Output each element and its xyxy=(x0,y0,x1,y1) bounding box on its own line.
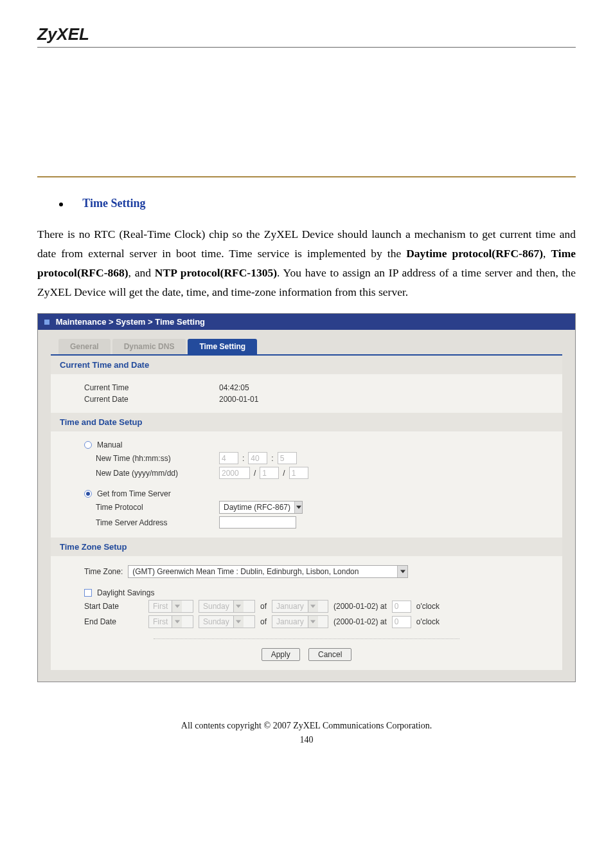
chevron-down-icon xyxy=(294,502,302,513)
end-ordinal-select[interactable]: First xyxy=(148,615,193,628)
start-month-value: January xyxy=(272,602,308,611)
section-setup-header: Time and Date Setup xyxy=(51,413,562,431)
section-timezone-header: Time Zone Setup xyxy=(51,538,562,556)
new-date-mm-input[interactable] xyxy=(260,467,279,479)
chevron-down-icon xyxy=(172,616,182,628)
section-divider xyxy=(37,176,576,177)
timezone-select[interactable]: (GMT) Greenwich Mean Time : Dublin, Edin… xyxy=(128,565,408,578)
time-server-addr-label: Time Server Address xyxy=(96,518,219,527)
tab-general[interactable]: General xyxy=(58,339,111,354)
proto-rfc1305: NTP protocol(RFC-1305) xyxy=(155,266,277,279)
end-ordinal-value: First xyxy=(149,617,172,626)
colon1: : xyxy=(242,454,244,463)
svg-marker-0 xyxy=(296,506,301,509)
breadcrumb-icon xyxy=(44,320,49,325)
end-month-select[interactable]: January xyxy=(272,615,328,628)
chevron-down-icon xyxy=(233,601,244,612)
dotted-divider xyxy=(154,638,459,639)
page-number: 140 xyxy=(37,735,576,745)
page-footer: All contents copyright © 2007 ZyXEL Comm… xyxy=(37,721,576,745)
end-month-value: January xyxy=(272,617,308,626)
end-range-label: (2000-01-02) at xyxy=(333,617,387,626)
start-of-label: of xyxy=(260,602,267,611)
cancel-button[interactable]: Cancel xyxy=(308,648,351,661)
time-protocol-value: Daytime (RFC-867) xyxy=(220,503,294,512)
colon2: : xyxy=(271,454,273,463)
end-day-value: Sunday xyxy=(199,617,233,626)
svg-marker-4 xyxy=(310,605,315,608)
current-time-value: 04:42:05 xyxy=(219,383,249,392)
new-time-ss-input[interactable] xyxy=(278,452,297,464)
apply-button[interactable]: Apply xyxy=(262,648,300,661)
end-hour-input[interactable] xyxy=(392,616,411,628)
slash1: / xyxy=(254,469,256,478)
start-ordinal-value: First xyxy=(149,602,172,611)
sep1: , xyxy=(543,247,551,260)
time-protocol-select[interactable]: Daytime (RFC-867) xyxy=(219,501,303,514)
start-day-value: Sunday xyxy=(199,602,233,611)
new-time-mm-input[interactable] xyxy=(248,452,267,464)
end-oclock-label: o'clock xyxy=(416,617,440,626)
svg-marker-5 xyxy=(175,620,180,624)
breadcrumb-text: Maintenance > System > Time Setting xyxy=(56,317,205,327)
dst-label: Daylight Savings xyxy=(97,588,154,597)
chevron-down-icon xyxy=(308,601,318,612)
time-protocol-label: Time Protocol xyxy=(96,503,219,512)
timezone-label: Time Zone: xyxy=(84,567,123,576)
tab-bar: General Dynamic DNS Time Setting xyxy=(58,339,562,354)
new-time-hh-input[interactable] xyxy=(219,452,238,464)
dst-checkbox[interactable] xyxy=(84,589,92,597)
screenshot-panel: Maintenance > System > Time Setting Gene… xyxy=(37,313,576,682)
time-server-addr-input[interactable] xyxy=(219,516,296,529)
section-current-time-header: Current Time and Date xyxy=(51,356,562,374)
heading-text: Time Setting xyxy=(82,197,145,210)
radio-manual[interactable] xyxy=(84,441,92,449)
start-month-select[interactable]: January xyxy=(272,600,328,613)
end-date-label: End Date xyxy=(84,617,143,626)
section-heading: Time Setting xyxy=(59,197,576,210)
radio-timeserver[interactable] xyxy=(84,490,92,498)
svg-marker-7 xyxy=(310,620,315,624)
end-day-select[interactable]: Sunday xyxy=(199,615,255,628)
bullet-icon xyxy=(59,203,63,206)
svg-marker-3 xyxy=(236,605,241,608)
chevron-down-icon xyxy=(308,616,318,628)
timezone-value: (GMT) Greenwich Mean Time : Dublin, Edin… xyxy=(129,567,397,576)
svg-marker-6 xyxy=(236,620,241,624)
start-day-select[interactable]: Sunday xyxy=(199,600,255,613)
start-date-label: Start Date xyxy=(84,602,143,611)
chevron-down-icon xyxy=(233,616,244,628)
end-of-label: of xyxy=(260,617,267,626)
start-oclock-label: o'clock xyxy=(416,602,440,611)
radio-manual-label: Manual xyxy=(97,440,122,449)
start-range-label: (2000-01-02) at xyxy=(333,602,387,611)
breadcrumb: Maintenance > System > Time Setting xyxy=(38,314,575,330)
tab-dynamic-dns[interactable]: Dynamic DNS xyxy=(112,339,186,354)
svg-marker-1 xyxy=(400,570,405,574)
chevron-down-icon xyxy=(397,566,407,577)
body-paragraph: There is no RTC (Real-Time Clock) chip s… xyxy=(37,224,576,302)
current-time-label: Current Time xyxy=(84,383,219,392)
copyright-text: All contents copyright © 2007 ZyXEL Comm… xyxy=(37,721,576,731)
brand-logo: ZyXEL xyxy=(37,24,576,44)
sep2: , and xyxy=(129,266,155,279)
proto-rfc867: Daytime protocol(RFC-867) xyxy=(406,247,543,260)
new-time-label: New Time (hh:mm:ss) xyxy=(96,454,219,463)
new-date-dd-input[interactable] xyxy=(289,467,308,479)
start-ordinal-select[interactable]: First xyxy=(148,600,193,613)
radio-timeserver-label: Get from Time Server xyxy=(97,489,171,498)
chevron-down-icon xyxy=(172,601,182,612)
current-date-value: 2000-01-01 xyxy=(219,395,258,404)
current-date-label: Current Date xyxy=(84,395,219,404)
slash2: / xyxy=(283,469,285,478)
new-date-label: New Date (yyyy/mm/dd) xyxy=(96,469,219,478)
svg-marker-2 xyxy=(175,605,180,608)
start-hour-input[interactable] xyxy=(392,601,411,613)
new-date-yyyy-input[interactable] xyxy=(219,467,250,479)
tab-time-setting[interactable]: Time Setting xyxy=(188,339,257,354)
